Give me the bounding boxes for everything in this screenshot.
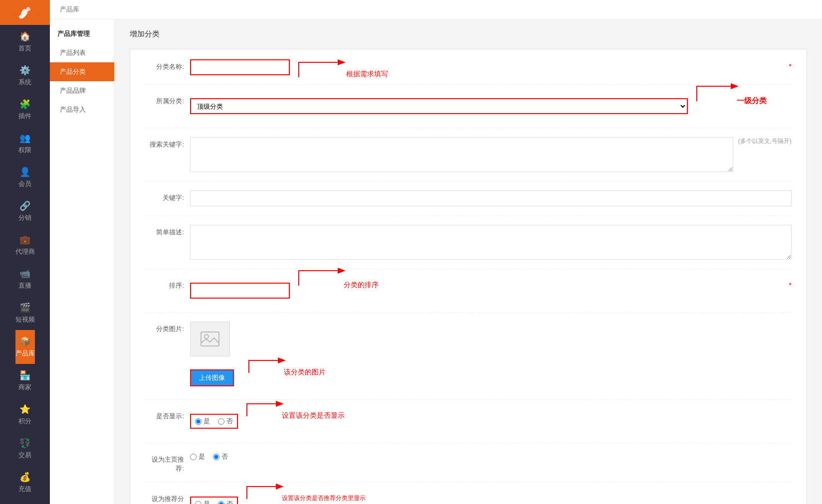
radio-show: 是 否 [190,414,238,429]
row-keywords: 关键字: [145,190,792,216]
image-icon [200,330,220,348]
textarea-search-keywords[interactable] [190,137,733,172]
sidebar-label-recharge: 充值 [18,485,31,494]
radio-recommended-yes-label: 是 [204,500,210,504]
radio-recommended-yes-input[interactable] [195,501,202,504]
label-keywords: 关键字: [145,190,190,202]
radio-show-no-label: 否 [226,417,233,426]
sidebar-icon-product: 📦 [19,336,30,347]
sidebar-item-system[interactable]: ⚙️系统 [15,59,35,93]
field-category-image: 上传图像 该分类的图片 [190,322,792,390]
radio-show-yes-input[interactable] [195,418,202,425]
sidebar-item-member[interactable]: 👤会员 [15,161,35,194]
radio-homepage-no-input[interactable] [213,454,219,460]
input-category-name[interactable] [190,59,290,75]
row-search-keywords: 搜索关键字: (多个以英文,号隔开) [145,137,792,181]
radio-show-yes[interactable]: 是 [195,417,210,426]
row-category-image: 分类图片: 上传图像 [145,322,792,400]
sidebar-icon-recharge: 💰 [19,472,30,483]
row-recommended-category: 设为推荐分类: 是 否 [145,492,792,504]
radio-show-no-input[interactable] [218,418,224,425]
radio-homepage-no[interactable]: 否 [213,452,228,461]
select-parent-category[interactable]: 顶级分类 [190,98,688,114]
sidebar-item-home[interactable]: 🏠首页 [15,25,35,59]
sidebar-label-merchant: 商家 [18,383,31,392]
secondary-nav-item-product-category[interactable]: 产品分类 [50,62,114,81]
sidebar-item-plugin[interactable]: 🧩插件 [15,93,35,127]
input-keywords[interactable] [190,190,792,206]
sidebar-item-shortvideo[interactable]: 🎬短视频 [15,296,35,330]
sidebar-item-distribution[interactable]: 🔗分销 [15,194,35,228]
sidebar-label-live: 直播 [18,281,31,290]
radio-show-yes-label: 是 [204,417,210,426]
sidebar-label-plugin: 插件 [18,112,31,121]
sidebar-icon-permission: 👥 [19,133,30,144]
sidebar-label-product: 产品库 [15,349,35,358]
sidebar-item-points[interactable]: ⭐积分 [15,398,35,432]
row-description: 简单描述: [145,225,792,269]
annotation-sort-text: 分类的排序 [344,281,379,290]
radio-show-no[interactable]: 否 [218,417,233,426]
radio-homepage: 是 否 [190,452,228,461]
annotation-parent-text: 一级分类 [737,96,767,106]
secondary-nav-item-product-list[interactable]: 产品列表 [50,43,114,62]
label-description: 简单描述: [145,225,190,237]
svg-point-1 [26,7,30,11]
field-show: 是 否 设置该分类是否显示 [190,409,792,434]
secondary-nav: 产品列表产品分类产品品牌产品导入 [50,43,114,119]
upload-image-button[interactable]: 上传图像 [190,369,234,386]
sidebar-item-product[interactable]: 📦产品库 [15,330,35,364]
label-homepage-recommend: 设为主页推荐: [145,452,190,473]
field-keywords [190,190,792,206]
row-parent-category: 所属分类: 顶级分类 一级分类 [145,94,792,128]
field-category-name: 根据需求填写 [190,59,786,75]
sidebar-item-withdraw[interactable]: 💸提现 [15,500,35,504]
label-search-keywords: 搜索关键字: [145,137,190,149]
required-name: * [789,59,792,70]
sidebar-icon-plugin: 🧩 [19,99,30,110]
textarea-description[interactable] [190,225,792,260]
sidebar-item-permission[interactable]: 👥权限 [15,127,35,161]
secondary-nav-item-product-brand[interactable]: 产品品牌 [50,81,114,100]
page-title: 增加分类 [130,29,807,39]
sidebar-label-permission: 权限 [18,146,31,155]
sidebar-item-merchant[interactable]: 🏪商家 [15,364,35,398]
breadcrumb: 产品库 [60,5,79,13]
label-category-image: 分类图片: [145,322,190,334]
sidebar-item-recharge[interactable]: 💰充值 [15,466,35,500]
radio-recommended-no-input[interactable] [218,501,224,504]
annotation-recommended-text: 设置该分类是否推荐分类里显示 [282,494,366,503]
sidebar-icon-shortvideo: 🎬 [19,302,30,313]
sidebar-item-transaction[interactable]: 💱交易 [15,432,35,466]
secondary-section-title: 产品库管理 [50,24,114,43]
input-sort[interactable] [190,283,290,299]
field-sort: 分类的排序 [190,278,786,303]
radio-recommended-no[interactable]: 否 [218,500,233,504]
main-area: 产品库 产品库管理 产品列表产品分类产品品牌产品导入 增加分类 分类名称: [50,0,822,504]
logo [0,0,50,25]
annotation-show-text: 设置该分类是否显示 [282,411,345,420]
sidebar-label-agent: 代理商 [15,247,35,256]
secondary-nav-item-product-import[interactable]: 产品导入 [50,100,114,119]
radio-homepage-yes[interactable]: 是 [190,452,205,461]
sidebar-item-live[interactable]: 📹直播 [15,262,35,296]
content: 增加分类 分类名称: 根据需求填写 [115,19,822,504]
sidebar-item-agent[interactable]: 💼代理商 [15,228,35,262]
radio-recommended-yes[interactable]: 是 [195,500,210,504]
sidebar-icon-merchant: 🏪 [19,370,30,381]
required-sort: * [789,278,792,289]
sidebar-label-home: 首页 [18,44,31,53]
row-sort: 排序: 分类的排序 * [145,278,792,313]
row-show: 是否显示: 是 否 [145,409,792,443]
sidebar: 🏠首页⚙️系统🧩插件👥权限👤会员🔗分销💼代理商📹直播🎬短视频📦产品库🏪商家⭐积分… [0,0,50,504]
radio-homepage-yes-label: 是 [199,452,205,461]
label-sort: 排序: [145,278,190,290]
annotation-image-text: 该分类的图片 [284,368,326,377]
label-parent-category: 所属分类: [145,94,190,106]
field-parent-category: 顶级分类 一级分类 [190,94,792,119]
radio-homepage-yes-input[interactable] [190,454,197,460]
field-homepage-recommend: 是 否 [190,452,792,461]
sidebar-icon-home: 🏠 [19,31,30,42]
sidebar-icon-live: 📹 [19,268,30,279]
sidebar-label-distribution: 分销 [18,213,31,222]
